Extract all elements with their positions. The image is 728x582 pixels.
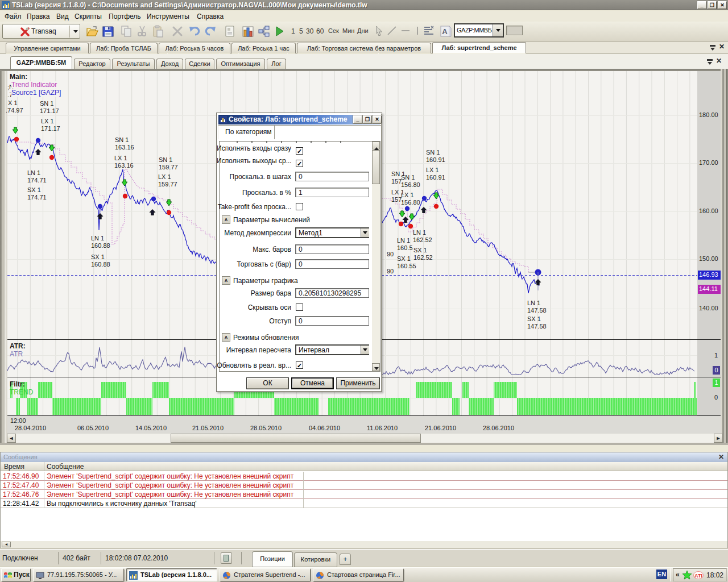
svg-text:A: A: [442, 27, 448, 36]
svg-text:ATI: ATI: [694, 573, 702, 579]
